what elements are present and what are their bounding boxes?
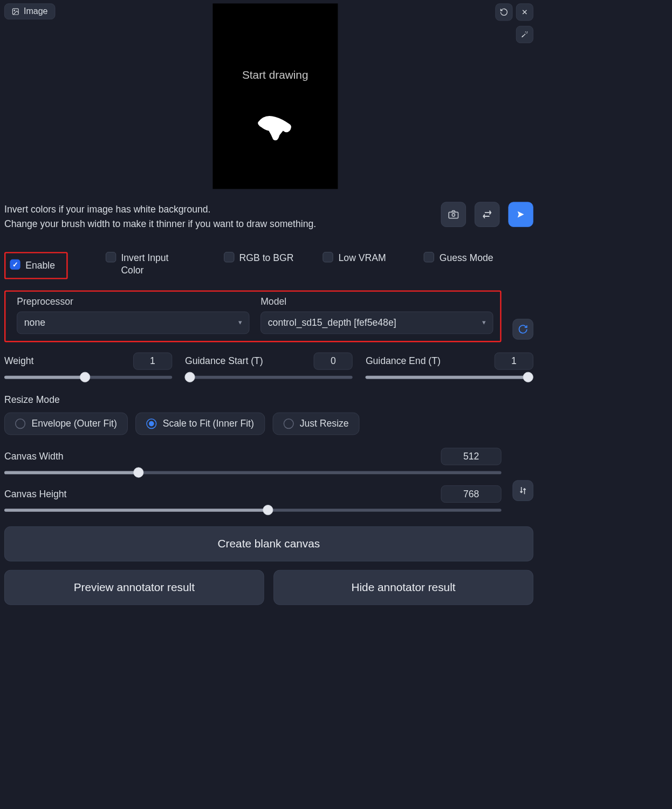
guidance-end-label: Guidance End (T): [366, 355, 441, 367]
image-tab[interactable]: Image: [4, 3, 55, 19]
preview-annotator-button[interactable]: Preview annotator result: [4, 570, 264, 605]
resize-scale-radio[interactable]: Scale to Fit (Inner Fit): [135, 413, 265, 435]
image-tab-label: Image: [24, 6, 47, 16]
guess-mode-checkbox[interactable]: [424, 252, 434, 262]
resize-envelope-radio[interactable]: Envelope (Outer Fit): [4, 413, 128, 435]
svg-point-1: [14, 10, 15, 11]
drawing-canvas[interactable]: Start drawing: [212, 3, 338, 189]
undo-button[interactable]: [495, 3, 512, 20]
svg-point-3: [452, 214, 455, 216]
guidance-end-slider[interactable]: [366, 376, 533, 379]
guidance-start-slider[interactable]: [185, 376, 353, 379]
hint-text: Invert colors if your image has white ba…: [4, 202, 433, 231]
guidance-start-input[interactable]: 0: [314, 352, 353, 369]
camera-button[interactable]: [441, 202, 466, 227]
canvas-height-input[interactable]: 768: [441, 485, 502, 503]
guidance-end-input[interactable]: 1: [495, 352, 533, 369]
resize-mode-label: Resize Mode: [4, 394, 533, 406]
close-button[interactable]: [516, 3, 533, 20]
canvas-placeholder-text: Start drawing: [242, 68, 308, 81]
guess-mode-checkbox-group[interactable]: Guess Mode: [424, 252, 493, 264]
svg-rect-2: [449, 212, 458, 218]
canvas-height-slider[interactable]: [4, 509, 502, 512]
canvas-height-label: Canvas Height: [4, 488, 66, 499]
canvas-width-input[interactable]: 512: [441, 448, 502, 465]
enable-checkbox[interactable]: [10, 259, 20, 270]
swap-dimensions-button[interactable]: [512, 480, 533, 501]
rgb-bgr-checkbox[interactable]: [224, 252, 234, 262]
model-select[interactable]: control_sd15_depth [fef5e48e] ▾: [260, 311, 493, 334]
preprocessor-label: Preprocessor: [17, 296, 249, 307]
chevron-down-icon: ▾: [238, 319, 242, 327]
swap-horizontal-button[interactable]: [475, 202, 499, 227]
magic-wand-button[interactable]: [516, 26, 533, 43]
rgb-bgr-checkbox-group[interactable]: RGB to BGR: [224, 252, 294, 264]
hide-annotator-button[interactable]: Hide annotator result: [273, 570, 533, 605]
chevron-down-icon: ▾: [482, 319, 485, 327]
refresh-model-button[interactable]: [512, 319, 533, 339]
send-button[interactable]: [508, 202, 533, 227]
create-blank-canvas-button[interactable]: Create blank canvas: [4, 526, 533, 561]
hand-icon: [249, 109, 301, 148]
preprocessor-select[interactable]: none ▾: [17, 311, 249, 334]
weight-label: Weight: [4, 355, 33, 367]
image-icon: [12, 8, 19, 15]
low-vram-checkbox[interactable]: [323, 252, 333, 262]
canvas-width-label: Canvas Width: [4, 451, 64, 462]
enable-checkbox-group[interactable]: Enable: [4, 252, 67, 279]
weight-slider[interactable]: [4, 376, 172, 379]
resize-just-radio[interactable]: Just Resize: [272, 413, 359, 435]
weight-input[interactable]: 1: [133, 352, 172, 369]
invert-color-checkbox-group[interactable]: Invert Input Color: [106, 252, 190, 277]
low-vram-checkbox-group[interactable]: Low VRAM: [323, 252, 386, 264]
model-label: Model: [260, 296, 493, 307]
canvas-width-slider[interactable]: [4, 471, 502, 474]
guidance-start-label: Guidance Start (T): [185, 355, 263, 367]
invert-color-checkbox[interactable]: [106, 252, 116, 262]
